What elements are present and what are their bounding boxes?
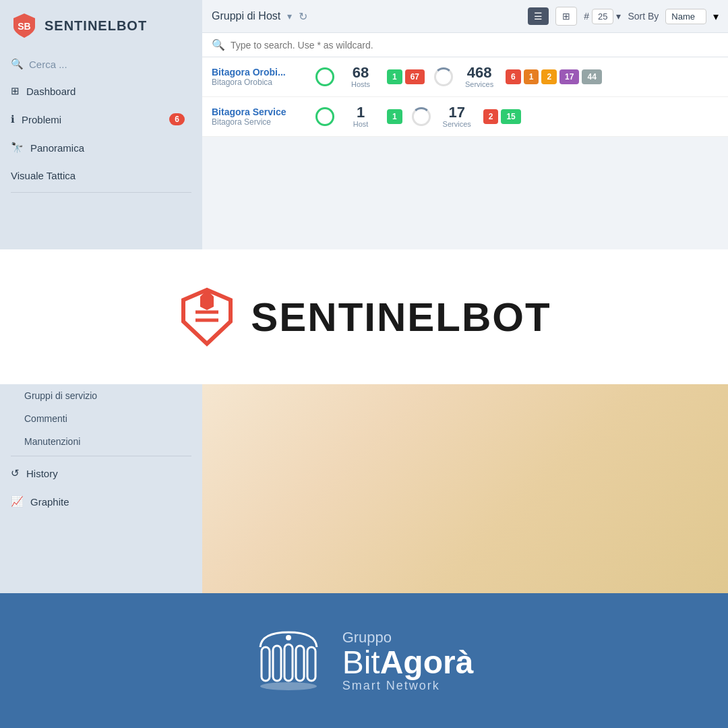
- services-tags: 6 1 2 17 44: [506, 69, 602, 84]
- sidebar-item-history[interactable]: ↺ History: [0, 459, 202, 487]
- sidebar-item-label: Dashboard: [26, 86, 75, 97]
- search-label: Cerca ...: [29, 59, 67, 70]
- services-count: 468 Services: [462, 65, 496, 88]
- sidebar-item-panoramica[interactable]: 🔭 Panoramica: [0, 133, 202, 162]
- hosts-number: 1: [357, 105, 365, 120]
- hosts-count: 68 Hosts: [344, 65, 377, 88]
- hosts-number: 68: [353, 65, 369, 80]
- main-content: Gruppi di Host ▾ ↻ ☰ ⊞ # 25 ▾ Sort By Na…: [202, 0, 728, 249]
- services-count: 17 Services: [440, 105, 474, 128]
- table-row[interactable]: Bitagora Orobi... Bitagora Orobica 68 Ho…: [202, 57, 728, 97]
- toolbar-title: Gruppi di Host: [212, 10, 280, 22]
- bitagora-branding: Gruppo BitAgorà Smart Network: [342, 629, 474, 693]
- info-icon: ℹ: [11, 113, 15, 125]
- dropdown-arrow-icon[interactable]: ▾: [287, 11, 292, 22]
- table-row[interactable]: Bitagora Service Bitagora Service 1 Host…: [202, 97, 728, 137]
- sort-dropdown-icon[interactable]: ▾: [713, 10, 719, 23]
- sidebar-sub-commenti[interactable]: Commenti: [0, 407, 202, 430]
- refresh-icon[interactable]: ↻: [299, 10, 307, 23]
- tag-other: 44: [582, 69, 601, 84]
- agora-text: Agorà: [380, 644, 474, 680]
- sidebar-item-graphite[interactable]: 📈 Graphite: [0, 487, 202, 516]
- sentinelbot-logo: SENTINELBOT: [177, 286, 551, 347]
- colosseum-icon: [255, 627, 322, 694]
- svg-text:SB: SB: [18, 21, 30, 32]
- search-input[interactable]: [231, 40, 719, 51]
- svg-rect-9: [296, 646, 304, 681]
- per-page-select[interactable]: 25: [592, 9, 613, 24]
- tag-critical: 6: [506, 69, 521, 84]
- sidebar-item-dashboard[interactable]: ⊞ Dashboard: [0, 77, 202, 105]
- history-icon: ↺: [11, 467, 20, 479]
- bottom-bitagora-section: Gruppo BitAgorà Smart Network: [0, 593, 728, 728]
- sidebar-item-label: Graphite: [30, 496, 69, 508]
- host-status-icon: [315, 107, 334, 126]
- list-view-button[interactable]: ☰: [528, 7, 549, 25]
- host-subname: Bitagora Orobica: [212, 78, 306, 87]
- bit-text: Bit: [342, 644, 380, 680]
- sidebar-divider: [11, 192, 191, 193]
- sort-by-select[interactable]: Name: [665, 9, 706, 24]
- sidebar-sub-manutenzioni[interactable]: Manutenzioni: [0, 430, 202, 453]
- services-label: Services: [465, 80, 493, 88]
- svg-rect-10: [307, 647, 315, 681]
- host-subname: Bitagora Service: [212, 117, 306, 127]
- services-label: Services: [443, 120, 471, 128]
- problemi-badge: 6: [169, 113, 185, 125]
- svg-rect-7: [273, 646, 281, 681]
- grid-view-button[interactable]: ⊞: [555, 7, 577, 26]
- host-rows: Bitagora Orobi... Bitagora Orobica 68 Ho…: [202, 57, 728, 137]
- grid-icon: ⊞: [11, 85, 20, 97]
- search-icon: 🔍: [11, 58, 24, 70]
- hash-label: #: [584, 11, 589, 22]
- svg-point-11: [286, 635, 291, 640]
- hosts-label: Hosts: [351, 80, 370, 88]
- sidebar-item-label: Panoramica: [30, 142, 84, 154]
- services-number: 468: [467, 65, 492, 80]
- svg-rect-8: [284, 644, 293, 681]
- host-info: Bitagora Orobi... Bitagora Orobica: [212, 67, 306, 87]
- lower-main-background: [202, 384, 728, 593]
- tag-unknown: 2: [541, 69, 557, 84]
- host-name: Bitagora Service: [212, 107, 306, 117]
- sidebar-search[interactable]: 🔍 Cerca ...: [0, 51, 202, 77]
- services-status-icon: [434, 67, 453, 86]
- middle-logo-section: SENTINELBOT: [0, 249, 728, 384]
- svg-point-5: [260, 682, 317, 690]
- host-name: Bitagora Orobi...: [212, 67, 306, 78]
- logo-text: SENTINELBOT: [44, 18, 147, 34]
- sidebar-sub-label: Gruppi di servizio: [24, 390, 97, 401]
- sentinelbot-shield-icon: [177, 286, 237, 347]
- binoculars-icon: 🔭: [11, 142, 24, 154]
- sidebar-item-problemi[interactable]: ℹ Problemi 6: [0, 105, 202, 133]
- sidebar-item-label: Problemi: [22, 114, 61, 125]
- lower-sidebar: Gruppi di servizio Commenti Manutenzioni…: [0, 384, 202, 593]
- toolbar: Gruppi di Host ▾ ↻ ☰ ⊞ # 25 ▾ Sort By Na…: [202, 0, 728, 33]
- hosts-label: Host: [353, 120, 369, 128]
- services-number: 17: [448, 105, 464, 120]
- smart-network-text: Smart Network: [342, 679, 474, 693]
- tag-warning: 1: [524, 69, 539, 84]
- tag-critical: 2: [483, 109, 499, 124]
- search-bar-icon: 🔍: [212, 38, 225, 51]
- logo-shield-icon: SB: [11, 12, 38, 39]
- sidebar-logo: SB SENTINELBOT: [0, 0, 202, 51]
- sidebar-item-label: Visuale Tattica: [11, 170, 75, 181]
- chart-icon: 📈: [11, 495, 24, 508]
- tag-pending: 17: [559, 69, 579, 84]
- sidebar-sub-gruppi-servizio[interactable]: Gruppi di servizio: [0, 384, 202, 407]
- top-ui-section: SB SENTINELBOT 🔍 Cerca ... ⊞ Dashboard ℹ…: [0, 0, 728, 249]
- sidebar-item-visuale[interactable]: Visuale Tattica: [0, 162, 202, 189]
- tag-error: 67: [405, 69, 425, 84]
- per-page-arrow-icon[interactable]: ▾: [616, 11, 621, 22]
- hosts-tags: 1: [387, 109, 402, 124]
- tag-ok: 1: [387, 109, 402, 124]
- services-tags: 2 15: [483, 109, 521, 124]
- per-page-control: # 25 ▾: [584, 9, 621, 24]
- host-status-icon: [315, 67, 334, 86]
- sidebar-sub-label: Commenti: [24, 413, 67, 424]
- hosts-tags: 1 67: [387, 69, 425, 84]
- services-status-icon: [412, 107, 431, 126]
- svg-rect-6: [262, 647, 270, 681]
- sentinelbot-text: SENTINELBOT: [251, 294, 551, 340]
